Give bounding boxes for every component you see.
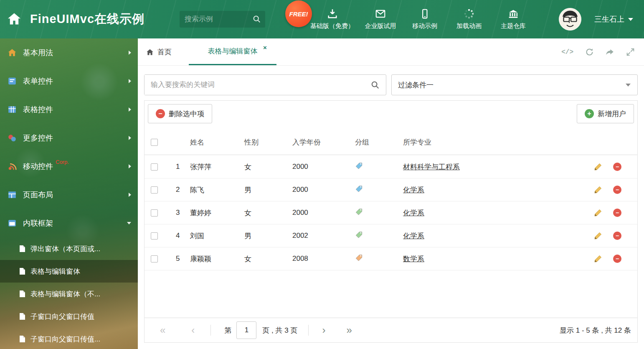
layout-icon [8, 190, 17, 199]
nav-mobile-demo[interactable]: 移动示例 [403, 0, 447, 38]
header-search-input[interactable] [180, 11, 251, 28]
free-badge: FREE! [285, 0, 312, 27]
nav-theme-store[interactable]: 主题仓库 [491, 0, 535, 38]
keyword-search-input[interactable] [145, 75, 370, 95]
nav-label: 移动示例 [412, 22, 437, 30]
delete-row-icon[interactable]: − [613, 186, 621, 194]
grid-toolbar: − 删除选中项 + 新增用户 [145, 101, 637, 127]
select-all-checkbox[interactable] [151, 139, 158, 146]
sidebar-subitem-label: 表格与编辑窗体（不... [30, 289, 100, 299]
major-link[interactable]: 化学系 [403, 186, 424, 194]
table-row[interactable]: 5 康颖颖 女 2008 数学系 − [145, 247, 637, 270]
user-menu[interactable]: 三生石上 [594, 0, 633, 38]
major-link[interactable]: 化学系 [403, 209, 424, 217]
delete-row-icon[interactable]: − [613, 255, 621, 263]
sidebar-subitem-child-to-parent-alt[interactable]: 子窗口向父窗口传值... [0, 328, 138, 349]
add-user-label: 新增用户 [598, 109, 626, 119]
refresh-icon[interactable] [585, 48, 594, 56]
sidebar-item-basic-usage[interactable]: 基本用法 [0, 38, 138, 67]
sidebar-item-iframe[interactable]: 内联框架 [0, 209, 138, 237]
last-page-icon[interactable]: » [346, 325, 352, 335]
tag-icon [355, 254, 363, 262]
table-row[interactable]: 4 刘国 男 2002 化学系 − [145, 224, 637, 247]
prev-page-icon[interactable]: ‹ [191, 325, 195, 335]
delete-selected-label: 删除选中项 [169, 109, 204, 119]
sidebar-item-mobile-controls[interactable]: 移动控件 Corp. [0, 152, 138, 181]
sidebar-item-form-controls[interactable]: 表单控件 [0, 67, 138, 95]
sidebar-item-page-layout[interactable]: 页面布局 [0, 181, 138, 209]
nav-label: 企业版试用 [365, 22, 396, 30]
major-link[interactable]: 化学系 [403, 232, 424, 240]
sidebar-subitem-grid-edit-window[interactable]: 表格与编辑窗体 [0, 260, 138, 283]
filter-dropdown[interactable]: 过滤条件一 [391, 74, 638, 95]
row-checkbox[interactable] [151, 163, 158, 171]
file-icon [19, 335, 25, 343]
table-row[interactable]: 2 陈飞 男 2000 化学系 − [145, 178, 637, 201]
first-page-icon[interactable]: « [160, 325, 165, 335]
username: 三生石上 [594, 14, 624, 24]
edit-icon[interactable] [594, 163, 602, 171]
edit-icon[interactable] [594, 255, 602, 263]
delete-row-icon[interactable]: − [613, 163, 621, 171]
tab-bar: 首页 表格与编辑窗体 × </> [138, 38, 644, 66]
tab-label: 首页 [157, 47, 172, 57]
keyword-search [144, 74, 386, 95]
spinner-icon [464, 8, 474, 19]
nav-label: 加载动画 [456, 22, 482, 30]
row-index: 4 [163, 232, 188, 240]
cell-year: 2008 [291, 255, 353, 263]
delete-row-icon[interactable]: − [613, 209, 621, 217]
source-code-icon[interactable]: </> [561, 48, 573, 56]
pagination-bar: « ‹ 第 页 , 共 3 页 › » 显示 1 - 5 条 , 共 12 条 [145, 318, 637, 342]
sidebar-item-more-controls[interactable]: 更多控件 [0, 124, 138, 152]
edit-icon[interactable] [594, 186, 602, 194]
major-link[interactable]: 数学系 [403, 255, 424, 263]
nav-loading-animations[interactable]: 加载动画 [447, 0, 491, 38]
chevron-right-icon [129, 79, 131, 83]
tab-label: 表格与编辑窗体 [208, 46, 258, 56]
chevron-down-icon [626, 84, 631, 87]
sidebar-item-grid-controls[interactable]: 表格控件 [0, 95, 138, 124]
row-checkbox[interactable] [151, 186, 158, 194]
top-header: FineUIMvc在线示例 FREE! 基础版（免费） 企业版试用 移动示例 加… [0, 0, 644, 38]
major-link[interactable]: 材料科学与工程系 [403, 163, 460, 171]
sidebar-subitem-grid-edit-window-alt[interactable]: 表格与编辑窗体（不... [0, 283, 138, 305]
sidebar-subitem-popup-window[interactable]: 弹出窗体（本页面或... [0, 237, 138, 260]
tab-toolbar: </> [561, 38, 635, 66]
col-major: 所学专业 [401, 138, 591, 147]
home-icon [146, 48, 154, 56]
edit-icon[interactable] [594, 209, 602, 217]
search-icon[interactable] [371, 81, 380, 89]
search-icon[interactable] [253, 15, 261, 23]
row-checkbox[interactable] [151, 209, 158, 217]
close-tab-icon[interactable]: × [263, 44, 267, 51]
avatar[interactable] [559, 8, 581, 31]
row-index: 3 [163, 209, 188, 217]
table-row[interactable]: 1 张萍萍 女 2000 材料科学与工程系 − [145, 155, 637, 178]
table-row[interactable]: 3 董婷婷 女 2000 化学系 − [145, 201, 637, 224]
row-checkbox[interactable] [151, 255, 158, 262]
nav-enterprise-trial[interactable]: 企业版试用 [358, 0, 403, 38]
edit-icon[interactable] [594, 232, 602, 240]
add-user-button[interactable]: + 新增用户 [577, 104, 634, 123]
nav-basic-edition[interactable]: 基础版（免费） [306, 0, 358, 38]
header-search [180, 11, 265, 28]
page-number-input[interactable] [236, 321, 256, 339]
delete-row-icon[interactable]: − [613, 232, 621, 240]
sidebar-subitem-child-to-parent[interactable]: 子窗口向父窗口传值 [0, 305, 138, 328]
sidebar-subitem-label: 子窗口向父窗口传值... [30, 334, 100, 344]
delete-selected-button[interactable]: − 删除选中项 [148, 104, 212, 123]
tab-grid-edit-window[interactable]: 表格与编辑窗体 [189, 38, 276, 65]
tab-home[interactable]: 首页 [146, 38, 172, 66]
sidebar-item-label: 页面布局 [23, 190, 53, 200]
cell-year: 2000 [291, 186, 353, 194]
next-page-icon[interactable]: › [322, 325, 325, 335]
expand-icon[interactable] [626, 48, 635, 56]
grid-panel: − 删除选中项 + 新增用户 姓名 性别 入学年份 分组 所学专业 [144, 100, 638, 343]
mobile-controls-icon [8, 162, 17, 171]
download-icon [327, 8, 338, 19]
col-name: 姓名 [188, 138, 243, 147]
home-icon[interactable] [7, 11, 22, 26]
row-checkbox[interactable] [151, 232, 158, 239]
open-new-window-icon[interactable] [606, 48, 614, 56]
